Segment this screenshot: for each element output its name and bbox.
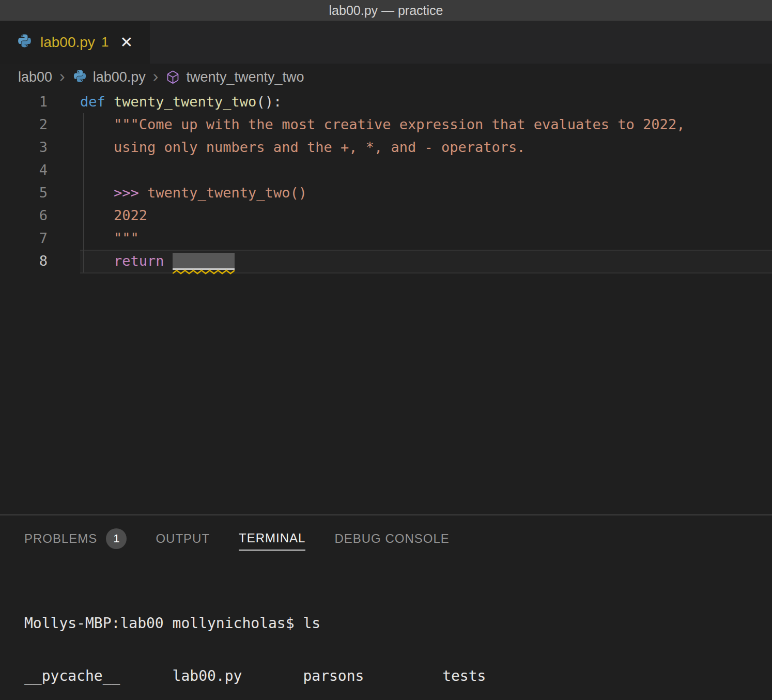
line-number[interactable]: 8: [0, 250, 48, 272]
breadcrumb-file[interactable]: lab00.py: [93, 69, 146, 85]
breadcrumb-symbol[interactable]: twenty_twenty_two: [186, 69, 304, 85]
line-number[interactable]: 2: [0, 113, 48, 136]
tab-filename: lab00.py: [40, 34, 95, 51]
problems-count-badge: 1: [106, 528, 127, 549]
doctest-output: 2022: [80, 207, 147, 223]
keyword-return: return: [80, 253, 164, 269]
tab-debug-console[interactable]: DEBUG CONSOLE: [334, 526, 449, 550]
docstring-text: """Come up with the most creative expres…: [80, 116, 685, 132]
function-name: twenty_twenty_two: [105, 94, 257, 110]
line-number[interactable]: 6: [0, 204, 48, 227]
panel-tabbar: PROBLEMS 1 OUTPUT TERMINAL DEBUG CONSOLE: [0, 515, 772, 561]
code-text: """Come up with the most creative expres…: [80, 113, 685, 136]
tab-problem-count: 1: [101, 34, 109, 50]
warning-squiggle-icon: [173, 269, 235, 275]
tab-problems[interactable]: PROBLEMS 1: [24, 523, 127, 553]
code-line-5[interactable]: 5 >>> twenty_twenty_two(): [0, 181, 772, 204]
terminal-label: TERMINAL: [239, 531, 305, 545]
output-label: OUTPUT: [156, 531, 210, 546]
line-number[interactable]: 3: [0, 136, 48, 159]
problems-label: PROBLEMS: [24, 531, 97, 546]
chevron-right-icon: ›: [153, 67, 159, 86]
code-text: """: [80, 227, 139, 250]
code-line-7[interactable]: 7 """: [0, 227, 772, 250]
tab-lab00-py[interactable]: lab00.py 1 ✕: [0, 21, 150, 64]
code-line-4[interactable]: 4: [0, 159, 772, 181]
tab-output[interactable]: OUTPUT: [156, 526, 210, 550]
line-number[interactable]: 1: [0, 90, 48, 113]
python-icon: [17, 34, 33, 50]
code-text: using only numbers and the +, *, and - o…: [80, 136, 526, 159]
line-number[interactable]: 7: [0, 227, 48, 250]
code-text: def twenty_twenty_two():: [80, 90, 282, 113]
chevron-right-icon: ›: [59, 67, 65, 86]
keyword-def: def: [80, 94, 105, 110]
code-editor[interactable]: 1 def twenty_twenty_two(): 2 """Come up …: [0, 90, 772, 514]
code-text: 2022: [80, 204, 147, 227]
docstring-text: using only numbers and the +, *, and - o…: [80, 139, 526, 155]
code-text: return: [80, 250, 235, 272]
doctest-call: twenty_twenty_two(): [147, 185, 307, 201]
window-titlebar: lab00.py — practice: [0, 0, 772, 21]
line-number[interactable]: 4: [0, 159, 48, 181]
doctest-prompt: >>>: [80, 185, 147, 201]
python-icon: [72, 70, 87, 85]
close-icon[interactable]: ✕: [120, 35, 133, 50]
tab-terminal[interactable]: TERMINAL: [239, 526, 305, 551]
breadcrumb: lab00 › lab00.py › twenty_twenty_two: [0, 64, 772, 90]
breadcrumb-folder[interactable]: lab00: [18, 69, 52, 85]
bottom-panel: PROBLEMS 1 OUTPUT TERMINAL DEBUG CONSOLE…: [0, 515, 772, 700]
editor-tabstrip: lab00.py 1 ✕: [0, 21, 772, 64]
punctuation: ():: [256, 94, 282, 110]
symbol-method-cube-icon: [165, 70, 180, 85]
line-number[interactable]: 5: [0, 181, 48, 204]
debug-console-label: DEBUG CONSOLE: [334, 531, 449, 546]
window-title: lab00.py — practice: [329, 3, 443, 18]
terminal-line: Mollys-MBP:lab00 mollynicholas$ ls: [24, 615, 772, 632]
terminal-output[interactable]: Mollys-MBP:lab00 mollynicholas$ ls __pyc…: [0, 561, 772, 700]
code-line-3[interactable]: 3 using only numbers and the +, *, and -…: [0, 136, 772, 159]
terminal-line: __pycache__ lab00.py parsons tests: [24, 667, 772, 685]
code-line-2[interactable]: 2 """Come up with the most creative expr…: [0, 113, 772, 136]
selection-highlight: [173, 253, 235, 268]
code-line-1[interactable]: 1 def twenty_twenty_two():: [0, 90, 772, 113]
code-line-6[interactable]: 6 2022: [0, 204, 772, 227]
code-text: >>> twenty_twenty_two(): [80, 181, 307, 204]
code-line-8[interactable]: 8 return: [0, 250, 772, 272]
docstring-close: """: [80, 230, 139, 246]
